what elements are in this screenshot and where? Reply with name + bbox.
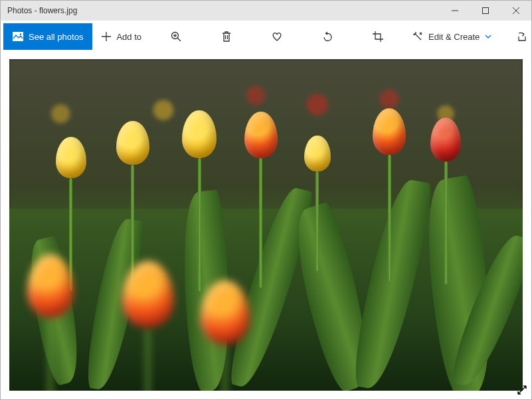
delete-button[interactable]	[201, 21, 252, 52]
rotate-button[interactable]	[302, 21, 353, 52]
see-all-photos-label: See all photos	[29, 32, 83, 42]
edit-and-create-button[interactable]: Edit & Create	[403, 21, 501, 52]
rotate-icon	[322, 31, 333, 42]
plus-icon	[102, 32, 111, 41]
photo-content[interactable]	[9, 59, 523, 391]
add-to-button[interactable]: Add to	[92, 21, 151, 52]
trash-icon	[222, 31, 231, 42]
see-all-photos-button[interactable]: See all photos	[3, 23, 92, 50]
window-controls	[440, 1, 531, 21]
image-icon	[13, 32, 23, 41]
close-icon	[513, 7, 519, 14]
share-button[interactable]	[501, 21, 532, 52]
toolbar-center-group	[151, 21, 403, 52]
heart-icon	[272, 32, 282, 41]
app-window: Photos - flowers.jpg See all photos	[0, 0, 532, 400]
svg-rect-0	[483, 8, 489, 14]
add-to-label: Add to	[116, 32, 141, 42]
zoom-in-icon	[171, 31, 181, 42]
maximize-button[interactable]	[470, 1, 501, 21]
title-bar: Photos - flowers.jpg	[1, 1, 531, 21]
resize-handle[interactable]	[514, 382, 530, 398]
maximize-icon	[482, 7, 489, 14]
minimize-icon	[452, 7, 458, 14]
window-title: Photos - flowers.jpg	[1, 6, 77, 15]
close-button[interactable]	[501, 1, 531, 21]
photo-viewport	[1, 52, 531, 399]
resize-handle-icon	[517, 385, 527, 395]
chevron-down-icon	[485, 35, 491, 39]
crop-icon	[373, 31, 383, 42]
zoom-button[interactable]	[151, 21, 201, 52]
magic-pen-icon	[412, 31, 423, 42]
share-icon	[517, 31, 527, 42]
edit-and-create-label: Edit & Create	[428, 32, 480, 42]
minimize-button[interactable]	[440, 1, 470, 21]
crop-button[interactable]	[353, 21, 403, 52]
favorite-button[interactable]	[252, 21, 302, 52]
svg-point-2	[20, 33, 22, 35]
toolbar: See all photos Add to	[1, 21, 531, 52]
